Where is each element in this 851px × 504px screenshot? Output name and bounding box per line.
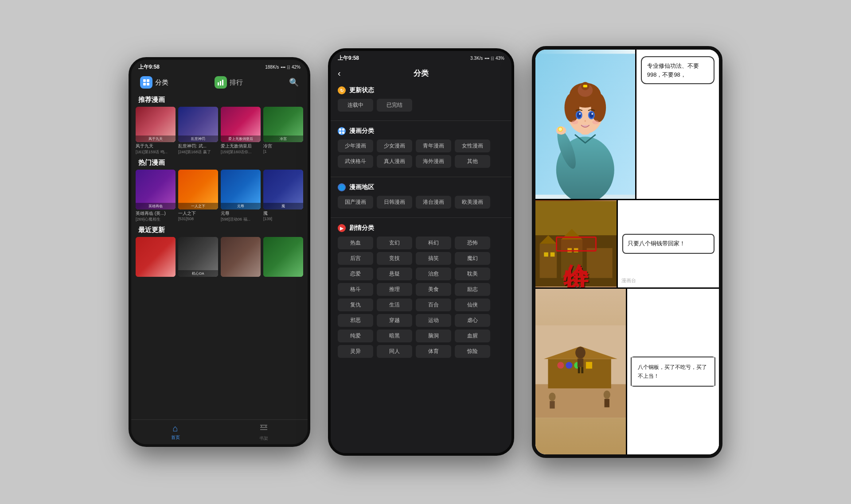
- status-bar-2: 上午9:58 3.3K/s ▪▪▪ ⌻ 43%: [331, 51, 511, 64]
- tag-healing[interactable]: 治愈: [416, 268, 451, 280]
- recent-title: 最近更新: [131, 222, 308, 237]
- svg-point-28: [589, 112, 593, 118]
- tag-sports2[interactable]: 运动: [416, 314, 451, 327]
- hot-title-2: 一人之下: [178, 210, 218, 217]
- shelf-icon: [259, 423, 268, 434]
- back-button[interactable]: ‹: [338, 68, 341, 78]
- tag-thriller[interactable]: 惊险: [455, 345, 490, 358]
- svg-point-31: [584, 120, 586, 122]
- tag-mystery[interactable]: 悬疑: [377, 268, 412, 280]
- tag-fantasy[interactable]: 玄幻: [377, 236, 412, 249]
- tag-athletic[interactable]: 体育: [416, 345, 451, 358]
- tag-seinen[interactable]: 青年漫画: [416, 140, 451, 152]
- tag-evil[interactable]: 邪恶: [338, 314, 373, 327]
- tag-timetravel[interactable]: 穿越: [377, 314, 412, 327]
- svg-rect-7: [260, 425, 267, 426]
- tag-bl[interactable]: 耽美: [455, 268, 490, 280]
- tag-overseas[interactable]: 海外漫画: [416, 155, 451, 168]
- nav-home[interactable]: ⌂ 首页: [131, 423, 219, 442]
- svg-rect-49: [535, 384, 626, 418]
- tag-heartbreak[interactable]: 虐心: [455, 314, 490, 327]
- tag-martial[interactable]: 武侠格斗: [338, 155, 373, 168]
- plot-tags-row7: 纯爱 暗黑 脑洞 血腥: [338, 330, 504, 342]
- tag-revenge[interactable]: 复仇: [338, 299, 373, 311]
- tag-fight[interactable]: 格斗: [338, 283, 373, 296]
- status-icons-2: 3.3K/s ▪▪▪ ⌻ 43%: [470, 56, 504, 61]
- tag-doujin[interactable]: 同人: [377, 345, 412, 358]
- speech-bubble-1: 专业修仙功法、不要998，不要98，: [641, 56, 714, 84]
- svg-rect-62: [605, 399, 609, 407]
- tag-completed[interactable]: 已完结: [377, 99, 412, 112]
- recent-card-3[interactable]: [221, 237, 261, 277]
- middle-panels: 特价 只要八个铜钱带回家！ 漫画台: [535, 200, 719, 289]
- tag-other[interactable]: 其他: [455, 155, 490, 168]
- tag-magic[interactable]: 魔幻: [455, 252, 490, 265]
- tag-yuri[interactable]: 百合: [416, 299, 451, 311]
- hot-card-4[interactable]: 魇 魇 [139]: [263, 170, 303, 222]
- tag-chinese[interactable]: 国产漫画: [338, 196, 373, 209]
- tag-josei[interactable]: 女性漫画: [455, 140, 490, 152]
- wifi-icon-1: ⌻: [287, 65, 290, 70]
- tag-mindbend[interactable]: 脑洞: [416, 330, 451, 342]
- tag-bloody[interactable]: 血腥: [455, 330, 490, 342]
- tag-xianxia[interactable]: 仙侠: [455, 299, 490, 311]
- bottom-panels: 八个铜板，买了不吃亏，买了不上当！: [535, 289, 719, 454]
- recommended-grid: 凤于九天 凤于九天 [161]第159话 鸣... 乱世神罚 乱世神罚: 武..…: [131, 107, 308, 155]
- tag-scifi[interactable]: 科幻: [416, 236, 451, 249]
- manga-region-title: 🌐 漫画地区: [338, 183, 504, 191]
- tag-hktw[interactable]: 港台漫画: [416, 196, 451, 209]
- tag-shoujo[interactable]: 少女漫画: [377, 140, 412, 152]
- phone-3: 专业修仙功法、不要998，不要98，: [532, 46, 722, 458]
- tag-sports[interactable]: 竞技: [377, 252, 412, 265]
- manga-title-3: 爱上无敌俏皇后: [221, 143, 261, 149]
- plot-tags-row6: 邪恶 穿越 运动 虐心: [338, 314, 504, 327]
- tag-horror[interactable]: 恐怖: [455, 236, 490, 249]
- watermark: 漫画台: [621, 277, 636, 284]
- tag-detective[interactable]: 推理: [377, 283, 412, 296]
- svg-rect-10: [261, 426, 262, 427]
- manga-card-1[interactable]: 凤于九天 凤于九天 [161]第159话 鸣...: [136, 107, 176, 155]
- recent-grid: 机心DA: [131, 237, 308, 277]
- tag-motivational[interactable]: 励志: [455, 283, 490, 296]
- manga-card-3[interactable]: 爱上无敌俏皇后 爱上无敌俏皇后 [159]第160话你...: [221, 107, 261, 155]
- tag-shounen[interactable]: 少年漫画: [338, 140, 373, 152]
- recent-card-2[interactable]: 机心DA: [178, 237, 218, 277]
- tag-food[interactable]: 美食: [416, 283, 451, 296]
- recent-card-1[interactable]: [136, 237, 176, 277]
- tag-reallife[interactable]: 真人漫画: [377, 155, 412, 168]
- nav-shelf[interactable]: 书架: [219, 423, 308, 442]
- tab-ranking[interactable]: 排行: [215, 76, 243, 89]
- svg-rect-8: [260, 427, 267, 428]
- screen-1: 上午9:58 188K/s ▪▪▪ ⌻ 42% 分类: [131, 60, 308, 444]
- svg-rect-5: [220, 81, 221, 85]
- network-speed-2: 3.3K/s: [470, 56, 483, 61]
- tag-western[interactable]: 欧美漫画: [455, 196, 490, 209]
- tag-action[interactable]: 热血: [338, 236, 373, 249]
- recent-card-4[interactable]: [263, 237, 303, 277]
- svg-rect-54: [586, 362, 592, 368]
- nav-home-label: 首页: [171, 434, 180, 441]
- manga-card-2[interactable]: 乱世神罚 乱世神罚: 武... [246]第168话 赢了: [178, 107, 218, 155]
- svg-rect-45: [550, 252, 555, 257]
- tag-dark[interactable]: 暗黑: [377, 330, 412, 342]
- nav-shelf-label: 书架: [259, 435, 268, 442]
- svg-rect-43: [587, 248, 613, 278]
- tag-harem[interactable]: 后宫: [338, 252, 373, 265]
- search-icon-1[interactable]: 🔍: [289, 78, 299, 87]
- svg-point-55: [575, 347, 586, 359]
- hot-card-2[interactable]: 一人之下 一人之下 [531]508: [178, 170, 218, 222]
- tag-romance[interactable]: 恋爱: [338, 268, 373, 280]
- tag-ongoing[interactable]: 连载中: [338, 99, 373, 112]
- tag-purelove[interactable]: 纯爱: [338, 330, 373, 342]
- tag-japanese[interactable]: 日韩漫画: [377, 196, 412, 209]
- tag-comedy[interactable]: 搞笑: [416, 252, 451, 265]
- tag-life[interactable]: 生活: [377, 299, 412, 311]
- hot-card-1[interactable]: 英雄再临 英雄再临 (英...) [269]心魔相生: [136, 170, 176, 222]
- category-icon: [140, 76, 152, 89]
- speech-bubble-2: 只要八个铜钱带回家！: [622, 234, 714, 254]
- tab-category[interactable]: 分类: [140, 76, 168, 89]
- hot-card-3[interactable]: 元尊 元尊 [598]活动06 福...: [221, 170, 261, 222]
- tag-supernatural[interactable]: 灵异: [338, 345, 373, 358]
- manga-card-4[interactable]: 冷宫 冷宫 [1: [263, 107, 303, 155]
- cat-section-region: 🌐 漫画地区 国产漫画 日韩漫画 港台漫画 欧美漫画: [331, 180, 511, 215]
